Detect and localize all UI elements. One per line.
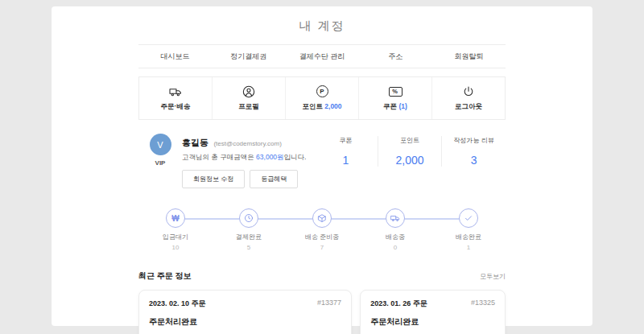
user-summary: V VIP 홍길동 (test@codemstory.com) 고객님의 총 구… (138, 134, 506, 188)
user-name: 홍길동 (182, 138, 208, 147)
order-status-label: 주문처리완료 (149, 316, 341, 328)
stat-coupons-value: 1 (314, 154, 378, 167)
stat-reviews-value: 3 (442, 154, 506, 167)
nav-item-subscription[interactable]: 정기결제권 (212, 52, 285, 62)
step-preparing-shipment[interactable]: 배송 준비중 7 (296, 208, 348, 251)
total-purchase-amount: 63,000원 (256, 153, 284, 161)
step-count: 1 (443, 244, 494, 251)
box-icon (312, 208, 332, 228)
order-date: 2023. 02. 10 주문 (149, 299, 206, 309)
order-number: #13377 (317, 299, 341, 309)
quick-coupons[interactable]: % 쿠폰 (1) (359, 77, 432, 119)
person-icon (242, 85, 255, 98)
won-icon: ₩ (166, 208, 185, 228)
edit-profile-button[interactable]: 회원정보 수정 (182, 170, 245, 188)
account-page: 내 계정 대시보드 정기결제권 결제수단 관리 주소 회원탈퇴 주문·배송 프로… (52, 6, 592, 326)
truck-icon (386, 208, 405, 228)
quick-points[interactable]: P 포인트 2,000 (286, 77, 359, 119)
points-value: 2,000 (324, 102, 341, 110)
grade-benefits-button[interactable]: 등급혜택 (250, 170, 298, 188)
step-in-delivery[interactable]: 배송중 0 (369, 208, 421, 251)
order-card: 2023. 01. 26 주문 #13325 주문처리완료 린 페도라 - 베이… (360, 290, 506, 334)
view-all-link[interactable]: 모두보기 (480, 272, 506, 281)
nav-item-dashboard[interactable]: 대시보드 (138, 52, 212, 62)
truck-icon (169, 85, 182, 98)
point-icon: P (316, 85, 328, 98)
clock-icon (239, 208, 258, 228)
avatar: V (150, 134, 171, 155)
quick-logout[interactable]: 로그아웃 (432, 77, 505, 119)
quick-label: 쿠폰 (1) (383, 102, 407, 112)
membership-badge: VIP (138, 159, 182, 167)
step-awaiting-deposit[interactable]: ₩ 입금대기 10 (150, 208, 201, 251)
coupon-count: (1) (398, 102, 407, 110)
nav-item-payment-methods[interactable]: 결제수단 관리 (285, 52, 358, 62)
stat-coupons[interactable]: 쿠폰 1 (314, 136, 378, 167)
order-date: 2023. 01. 26 주문 (370, 299, 427, 309)
stat-points[interactable]: 포인트 2,000 (378, 136, 442, 167)
quick-label: 프로필 (238, 102, 259, 112)
step-count: 7 (296, 244, 348, 251)
coupon-icon: % (389, 85, 402, 98)
order-number: #13325 (471, 299, 495, 309)
user-email: (test@codemstory.com) (213, 140, 281, 147)
stat-reviews[interactable]: 작성가능 리뷰 3 (441, 136, 506, 167)
stat-points-value: 2,000 (378, 154, 442, 167)
power-icon (462, 85, 475, 98)
order-card: 2023. 02. 10 주문 #13377 주문처리완료 [초경량] 얇고 가… (138, 290, 352, 334)
quick-orders-delivery[interactable]: 주문·배송 (139, 77, 213, 119)
quick-label: 주문·배송 (161, 102, 191, 112)
order-status-tracker: ₩ 입금대기 10 결제완료 5 배송 준비중 7 (138, 208, 506, 251)
quick-label: 포인트 2,000 (302, 102, 341, 112)
nav-item-withdraw[interactable]: 회원탈퇴 (432, 52, 506, 62)
quick-menu: 주문·배송 프로필 P 포인트 2,000 % 쿠폰 (1) 로그아웃 (138, 76, 506, 120)
nav-item-address[interactable]: 주소 (359, 52, 432, 62)
step-count: 10 (150, 244, 201, 251)
quick-profile[interactable]: 프로필 (213, 77, 286, 119)
recent-orders-heading: 최근 주문 정보 (138, 270, 192, 282)
quick-label: 로그아웃 (455, 102, 482, 112)
step-payment-complete[interactable]: 결제완료 5 (223, 208, 275, 251)
user-stats: 쿠폰 1 포인트 2,000 작성가능 리뷰 3 (314, 134, 506, 167)
step-count: 0 (369, 244, 421, 251)
order-status-label: 주문처리완료 (370, 316, 495, 328)
page-title: 내 계정 (52, 6, 592, 44)
check-icon (459, 208, 478, 228)
step-count: 5 (223, 244, 275, 251)
step-delivered[interactable]: 배송완료 1 (443, 208, 494, 251)
account-nav: 대시보드 정기결제권 결제수단 관리 주소 회원탈퇴 (138, 44, 506, 68)
total-purchase-text: 고객님의 총 구매금액은 63,000원입니다. (182, 153, 314, 163)
